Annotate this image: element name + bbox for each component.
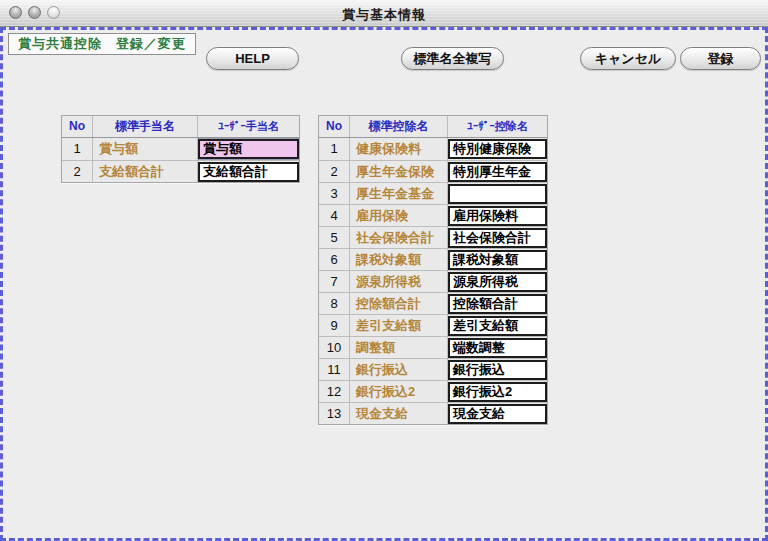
user-deduction-name-field[interactable]: 課税対象額 xyxy=(448,250,547,270)
table-row: 10 調整額 端数調整 xyxy=(319,336,547,358)
row-number: 1 xyxy=(319,138,349,160)
standard-deduction-name: 差引支給額 xyxy=(349,315,447,336)
table-row: 2 支給額合計 支給額合計 xyxy=(62,160,299,182)
user-deduction-name-field[interactable]: 銀行振込 xyxy=(448,360,547,380)
row-number: 12 xyxy=(319,381,349,402)
deduction-table-header: No 標準控除名 ﾕｰｻﾞｰ控除名 xyxy=(319,116,547,138)
standard-deduction-name: 厚生年金保険 xyxy=(349,161,447,182)
user-deduction-name-field[interactable]: 銀行振込2 xyxy=(448,382,547,402)
standard-deduction-name: 源泉所得税 xyxy=(349,271,447,292)
standard-deduction-name: 雇用保険 xyxy=(349,205,447,226)
user-name-cell: 現金支給 xyxy=(447,403,547,424)
standard-deduction-name: 調整額 xyxy=(349,337,447,358)
register-button[interactable]: 登録 xyxy=(680,47,761,70)
user-name-cell: 賞与額 xyxy=(197,138,299,160)
row-number: 13 xyxy=(319,403,349,424)
allowance-table-header: No 標準手当名 ﾕｰｻﾞｰ手当名 xyxy=(62,116,299,138)
deduction-col-user: ﾕｰｻﾞｰ控除名 xyxy=(447,116,547,137)
row-number: 2 xyxy=(62,161,92,182)
row-number: 4 xyxy=(319,205,349,226)
window-content: 賞与共通控除 登録／変更 HELP 標準名全複写 キャンセル 登録 No 標準手… xyxy=(0,27,768,541)
standard-allowance-name: 支給額合計 xyxy=(92,161,197,182)
table-row: 1 賞与額 賞与額 xyxy=(62,138,299,160)
user-name-cell: 支給額合計 xyxy=(197,161,299,182)
table-row: 5 社会保険合計 社会保険合計 xyxy=(319,226,547,248)
user-deduction-name-field[interactable]: 特別健康保険 xyxy=(448,139,547,159)
user-deduction-name-field[interactable]: 特別厚生年金 xyxy=(448,162,547,182)
table-row: 9 差引支給額 差引支給額 xyxy=(319,314,547,336)
user-deduction-name-field[interactable]: 端数調整 xyxy=(448,338,547,358)
standard-deduction-name: 銀行振込2 xyxy=(349,381,447,402)
user-allowance-name-field[interactable]: 支給額合計 xyxy=(198,162,299,182)
user-deduction-name-field[interactable]: 源泉所得税 xyxy=(448,272,547,292)
user-name-cell: 控除額合計 xyxy=(447,293,547,314)
row-number: 3 xyxy=(319,183,349,204)
user-name-cell: 端数調整 xyxy=(447,337,547,358)
user-name-cell: 銀行振込 xyxy=(447,359,547,380)
row-number: 8 xyxy=(319,293,349,314)
table-row: 2 厚生年金保険 特別厚生年金 xyxy=(319,160,547,182)
user-deduction-name-field[interactable]: 社会保険合計 xyxy=(448,228,547,248)
table-row: 1 健康保険料 特別健康保険 xyxy=(319,138,547,160)
row-number: 7 xyxy=(319,271,349,292)
user-allowance-name-field[interactable]: 賞与額 xyxy=(198,139,299,159)
mode-label: 賞与共通控除 登録／変更 xyxy=(8,33,196,55)
user-deduction-name-field[interactable] xyxy=(448,184,547,204)
standard-deduction-name: 社会保険合計 xyxy=(349,227,447,248)
user-name-cell: 課税対象額 xyxy=(447,249,547,270)
row-number: 9 xyxy=(319,315,349,336)
table-row: 12 銀行振込2 銀行振込2 xyxy=(319,380,547,402)
standard-deduction-name: 課税対象額 xyxy=(349,249,447,270)
row-number: 2 xyxy=(319,161,349,182)
table-row: 4 雇用保険 雇用保険料 xyxy=(319,204,547,226)
deduction-col-standard: 標準控除名 xyxy=(349,116,447,137)
deduction-table: No 標準控除名 ﾕｰｻﾞｰ控除名 1 健康保険料 特別健康保険 2 厚生年金保… xyxy=(318,115,548,425)
cancel-button[interactable]: キャンセル xyxy=(580,47,676,70)
standard-deduction-name: 厚生年金基金 xyxy=(349,183,447,204)
row-number: 1 xyxy=(62,138,92,160)
user-name-cell: 社会保険合計 xyxy=(447,227,547,248)
allowance-col-standard: 標準手当名 xyxy=(92,116,197,137)
table-row: 3 厚生年金基金 xyxy=(319,182,547,204)
title-bar: 賞与基本情報 xyxy=(0,0,768,27)
user-deduction-name-field[interactable]: 雇用保険料 xyxy=(448,206,547,226)
standard-deduction-name: 控除額合計 xyxy=(349,293,447,314)
table-row: 11 銀行振込 銀行振込 xyxy=(319,358,547,380)
user-deduction-name-field[interactable]: 差引支給額 xyxy=(448,316,547,336)
table-row: 8 控除額合計 控除額合計 xyxy=(319,292,547,314)
standard-allowance-name: 賞与額 xyxy=(92,138,197,160)
row-number: 10 xyxy=(319,337,349,358)
row-number: 6 xyxy=(319,249,349,270)
standard-deduction-name: 現金支給 xyxy=(349,403,447,424)
help-button[interactable]: HELP xyxy=(206,47,299,70)
user-deduction-name-field[interactable]: 控除額合計 xyxy=(448,294,547,314)
allowance-table: No 標準手当名 ﾕｰｻﾞｰ手当名 1 賞与額 賞与額 2 支給額合計 xyxy=(61,115,300,183)
row-number: 5 xyxy=(319,227,349,248)
user-name-cell: 銀行振込2 xyxy=(447,381,547,402)
user-name-cell: 源泉所得税 xyxy=(447,271,547,292)
user-name-cell xyxy=(447,183,547,204)
table-row: 6 課税対象額 課税対象額 xyxy=(319,248,547,270)
user-name-cell: 特別健康保険 xyxy=(447,138,547,160)
user-name-cell: 雇用保険料 xyxy=(447,205,547,226)
allowance-col-user: ﾕｰｻﾞｰ手当名 xyxy=(197,116,299,137)
user-name-cell: 特別厚生年金 xyxy=(447,161,547,182)
standard-deduction-name: 健康保険料 xyxy=(349,138,447,160)
row-number: 11 xyxy=(319,359,349,380)
window-title: 賞与基本情報 xyxy=(0,6,768,24)
standard-deduction-name: 銀行振込 xyxy=(349,359,447,380)
table-row: 13 現金支給 現金支給 xyxy=(319,402,547,424)
user-name-cell: 差引支給額 xyxy=(447,315,547,336)
allowance-col-no: No xyxy=(62,116,92,137)
user-deduction-name-field[interactable]: 現金支給 xyxy=(448,404,547,424)
table-row: 7 源泉所得税 源泉所得税 xyxy=(319,270,547,292)
copy-standard-names-button[interactable]: 標準名全複写 xyxy=(401,47,504,70)
deduction-col-no: No xyxy=(319,116,349,137)
